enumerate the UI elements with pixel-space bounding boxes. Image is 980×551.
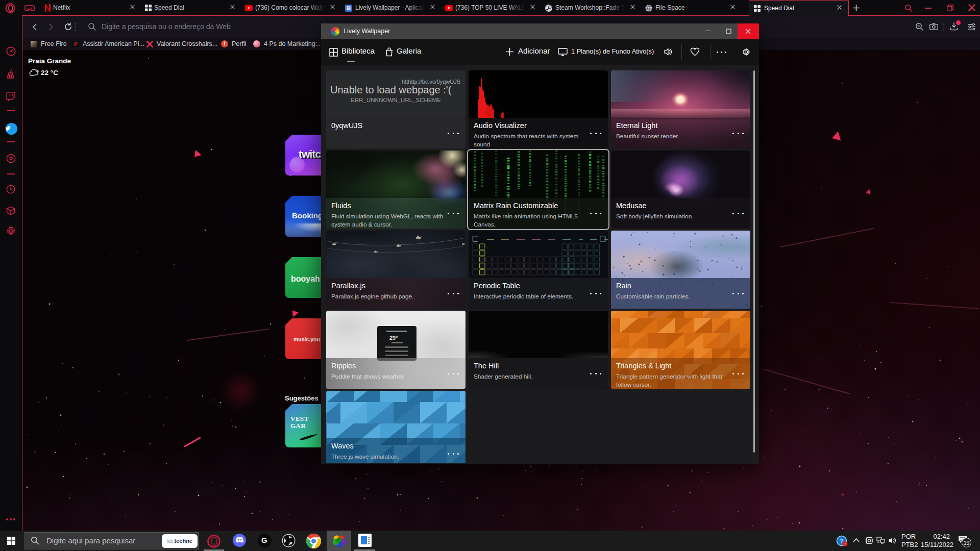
svg-text:!: ! bbox=[844, 542, 846, 546]
